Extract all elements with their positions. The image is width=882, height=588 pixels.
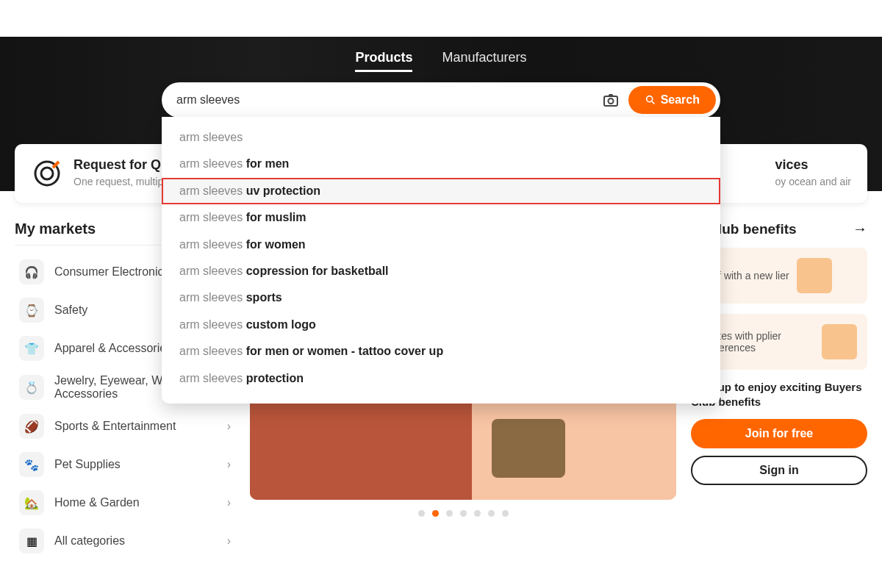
search-button-label: Search [661,93,700,107]
autocomplete-suffix: for men or women - tattoo cover up [246,345,443,357]
autocomplete-item[interactable]: arm sleeves copression for basketball [162,258,720,284]
category-item[interactable]: 🏡Home & Garden› [15,484,235,522]
category-icon: 🐾 [19,452,44,477]
autocomplete-suffix: sports [246,291,282,304]
camera-icon [602,91,620,109]
autocomplete-item[interactable]: arm sleeves for women [162,232,720,258]
autocomplete-suffix: for men [246,157,290,170]
search-button[interactable]: Search [628,86,716,114]
autocomplete-suffix: copression for basketball [246,265,389,277]
autocomplete-item[interactable]: arm sleeves custom logo [162,312,720,338]
chevron-right-icon: › [227,534,231,548]
autocomplete-prefix: arm sleeves [179,372,246,384]
autocomplete-prefix: arm sleeves [179,238,246,251]
chevron-right-icon: › [227,458,231,471]
svg-point-4 [41,168,53,179]
svg-rect-0 [604,96,617,106]
category-icon: ▦ [19,528,44,553]
svg-point-2 [646,96,652,102]
autocomplete-item[interactable]: arm sleeves for muslim [162,204,720,231]
category-icon: ⌚ [19,298,44,323]
autocomplete-item[interactable]: arm sleeves for men [162,151,720,177]
search-icon [645,94,656,106]
category-label: Sports & Entertainment [54,420,217,433]
autocomplete-prefix: arm sleeves [179,265,246,277]
category-icon: 👕 [19,336,44,361]
autocomplete-dropdown: arm sleevesarm sleeves for menarm sleeve… [162,117,720,404]
category-label: Home & Garden [54,496,217,509]
coupon-icon [797,258,832,293]
category-item[interactable]: 🐾Pet Supplies› [15,445,235,484]
signin-button[interactable]: Sign in [691,456,867,485]
tab-products[interactable]: Products [355,50,412,72]
image-search-button[interactable] [600,90,621,110]
carousel-dot[interactable] [418,510,425,517]
autocomplete-prefix: arm sleeves [179,345,246,357]
search-bar: Search [162,82,720,118]
benefits-arrow-button[interactable]: → [853,220,867,237]
autocomplete-prefix: arm sleeves [179,291,246,304]
category-icon: 🎧 [19,259,44,284]
autocomplete-item[interactable]: arm sleeves for men or women - tattoo co… [162,338,720,365]
autocomplete-suffix: protection [246,372,304,384]
carousel-dot[interactable] [432,510,439,517]
autocomplete-prefix: arm sleeves [179,157,246,170]
autocomplete-item[interactable]: arm sleeves [162,124,720,151]
carousel-dots [250,510,676,517]
autocomplete-suffix: uv protection [246,184,320,197]
notepad-icon [822,324,857,359]
tab-manufacturers[interactable]: Manufacturers [442,50,526,72]
carousel-dot[interactable] [460,510,467,517]
category-icon: 🏡 [19,490,44,515]
svg-point-1 [608,98,613,104]
autocomplete-item[interactable]: arm sleeves uv protection [162,178,720,204]
join-button[interactable]: Join for free [691,419,867,448]
autocomplete-suffix: for muslim [246,211,306,223]
autocomplete-item[interactable]: arm sleeves sports [162,284,720,311]
autocomplete-prefix: arm sleeves [179,211,246,223]
chevron-right-icon: › [227,496,231,509]
category-item[interactable]: 🏈Sports & Entertainment› [15,407,235,445]
autocomplete-suffix: for women [246,238,306,251]
autocomplete-suffix: custom logo [246,318,316,331]
carousel-dot[interactable] [488,510,495,517]
category-label: Pet Supplies [54,458,217,471]
category-item[interactable]: ▦All categories› [15,522,235,560]
logistics-subtitle-fragment: oy ocean and air [775,176,851,187]
carousel-dot[interactable] [474,510,481,517]
logistics-title-fragment: vices [775,157,851,173]
autocomplete-prefix: arm sleeves [179,184,246,197]
autocomplete-prefix: arm sleeves [179,131,243,143]
carousel-dot[interactable] [446,510,453,517]
target-icon [31,157,63,190]
search-input[interactable] [176,93,593,107]
autocomplete-item[interactable]: arm sleeves protection [162,365,720,392]
boots-image [492,419,565,478]
carousel-dot[interactable] [502,510,509,517]
autocomplete-prefix: arm sleeves [179,318,246,331]
chevron-right-icon: › [227,420,231,433]
category-label: All categories [54,534,217,548]
category-icon: 🏈 [19,414,44,439]
category-icon: 💍 [19,375,44,400]
